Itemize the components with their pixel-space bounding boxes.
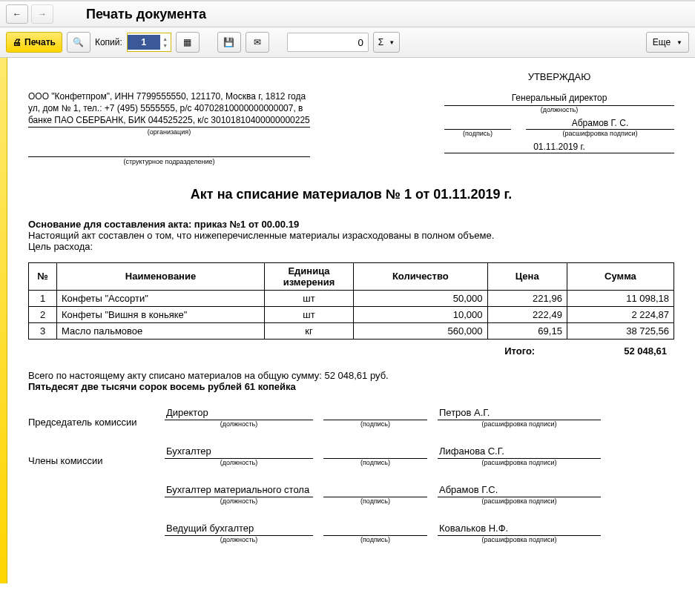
totals-row: Итого: 52 048,61	[28, 345, 667, 357]
sign-sub: (подпись)	[323, 420, 427, 428]
commission-block: Председатель комиссииДиректор(должность)…	[28, 407, 674, 543]
chevron-down-icon: ▼	[389, 39, 395, 46]
printer-icon: 🖨	[13, 37, 22, 47]
decipher-sub: (расшифровка подписи)	[526, 130, 674, 137]
table-icon: ▦	[183, 37, 191, 47]
th-price: Цена	[487, 262, 567, 290]
total-label: Итого:	[504, 345, 535, 357]
basis-block: Основание для составления акта: приказ №…	[28, 219, 674, 252]
decipher: Абрамов Г. С.	[526, 118, 674, 130]
cell-unit: шт	[265, 306, 354, 322]
settings-button[interactable]: ▦	[176, 32, 200, 53]
table-header-row: № Наименование Единица измерения Количес…	[29, 262, 674, 290]
cell-n: 2	[29, 306, 57, 322]
approve-block: УТВЕРЖДАЮ Генеральный директор (должност…	[444, 71, 674, 153]
name-sub: (расшифровка подписи)	[438, 459, 601, 466]
arrow-left-icon: ←	[13, 9, 22, 19]
cell-price: 69,15	[487, 322, 567, 339]
cell-price: 221,96	[487, 290, 567, 306]
cell-unit: кг	[265, 322, 354, 339]
preview-button[interactable]: 🔍	[67, 32, 90, 53]
cell-name: Конфеты "Вишня в коньяке"	[57, 306, 265, 322]
document-body: ООО "Конфетпром", ИНН 7799555550, 121170…	[7, 58, 695, 583]
magnifier-icon: 🔍	[73, 37, 84, 47]
sigma-icon: Σ	[378, 37, 383, 47]
cell-sum: 38 725,56	[567, 322, 673, 339]
position: Генеральный директор	[444, 93, 674, 106]
number-input[interactable]	[287, 33, 369, 52]
job-sub: (должность)	[165, 497, 313, 505]
save-button[interactable]: 💾	[217, 32, 241, 53]
commission-row: Бухгалтер материального стола(должность)…	[28, 484, 674, 505]
name-value: Абрамов Г.С.	[438, 484, 601, 497]
dept-line	[28, 141, 310, 157]
chevron-down-icon: ▼	[676, 39, 682, 46]
more-label: Еще	[653, 37, 671, 47]
job-value: Бухгалтер материального стола	[165, 484, 313, 497]
job-value: Директор	[165, 407, 313, 420]
sign-sub: (подпись)	[444, 130, 511, 137]
table-row: 2Конфеты "Вишня в коньяке"шт10,000222,49…	[29, 306, 674, 322]
envelope-icon: ✉	[254, 37, 261, 47]
basis-text: Настоящий акт составлен о том, что нижеп…	[28, 230, 674, 241]
position-sub: (должность)	[444, 106, 674, 113]
job-sub: (должность)	[165, 536, 313, 543]
name-sub: (расшифровка подписи)	[438, 497, 601, 505]
name-sub: (расшифровка подписи)	[438, 420, 601, 428]
commission-row: Ведущий бухгалтер(должность) (подпись)Ко…	[28, 523, 674, 543]
document-title: Акт на списание материалов № 1 от 01.11.…	[28, 187, 674, 202]
more-button[interactable]: Еще▼	[646, 32, 689, 53]
name-value: Лифанова С.Г.	[438, 446, 601, 459]
mail-button[interactable]: ✉	[246, 32, 269, 53]
purpose-label: Цель расхода:	[28, 241, 674, 252]
side-band	[0, 58, 7, 583]
job-value: Бухгалтер	[165, 446, 313, 459]
cell-name: Масло пальмовое	[57, 322, 265, 339]
org-block: ООО "Конфетпром", ИНН 7799555550, 121170…	[28, 71, 310, 166]
dept-sub: (структурное подразделение)	[28, 157, 310, 166]
page-title: Печать документа	[86, 7, 206, 22]
cell-qty: 50,000	[354, 290, 488, 306]
basis-label: Основание для составления акта: приказ №…	[28, 219, 299, 230]
copies-spinner[interactable]: 1 ▲▼	[127, 33, 171, 52]
sign-sub: (подпись)	[323, 459, 427, 466]
arrow-right-icon: →	[38, 9, 47, 19]
cell-n: 1	[29, 290, 57, 306]
role-label: Члены комиссии	[28, 455, 154, 466]
sum-button[interactable]: Σ▼	[373, 32, 400, 53]
back-button[interactable]: ←	[6, 4, 28, 24]
th-unit: Единица измерения	[265, 262, 354, 290]
th-qty: Количество	[354, 262, 488, 290]
sign-line	[323, 407, 427, 420]
commission-row: Члены комиссииБухгалтер(должность) (подп…	[28, 446, 674, 466]
name-value: Петров А.Г.	[438, 407, 601, 420]
cell-n: 3	[29, 322, 57, 339]
job-sub: (должность)	[165, 459, 313, 466]
th-sum: Сумма	[567, 262, 673, 290]
toolbar: 🖨 Печать 🔍 Копий: 1 ▲▼ ▦ 💾 ✉ Σ▼ Еще▼	[0, 27, 695, 58]
sign-sub: (подпись)	[323, 536, 427, 543]
approve-date: 01.11.2019 г.	[444, 142, 674, 153]
sign-line	[323, 484, 427, 497]
sign-line	[323, 446, 427, 459]
cell-sum: 11 098,18	[567, 290, 673, 306]
items-table: № Наименование Единица измерения Количес…	[28, 262, 674, 340]
table-row: 1Конфеты "Ассорти"шт50,000221,9611 098,1…	[29, 290, 674, 306]
spinner-arrows-icon[interactable]: ▲▼	[160, 36, 171, 49]
name-sub: (расшифровка подписи)	[438, 536, 601, 543]
sum-words: Пятьдесят две тысячи сорок восемь рублей…	[28, 381, 674, 392]
name-value: Ковальков Н.Ф.	[438, 523, 601, 536]
forward-button[interactable]: →	[31, 4, 53, 24]
cell-name: Конфеты "Ассорти"	[57, 290, 265, 306]
cell-qty: 560,000	[354, 322, 488, 339]
cell-price: 222,49	[487, 306, 567, 322]
print-button[interactable]: 🖨 Печать	[6, 32, 62, 53]
title-bar: ← → Печать документа	[0, 1, 695, 27]
floppy-icon: 💾	[223, 37, 234, 47]
sign-sub: (подпись)	[323, 497, 427, 505]
sign-line	[444, 118, 511, 130]
sum-text: Всего по настоящему акту списано материа…	[28, 370, 674, 381]
approve-title: УТВЕРЖДАЮ	[444, 71, 674, 82]
sum-block: Всего по настоящему акту списано материа…	[28, 370, 674, 392]
cell-unit: шт	[265, 290, 354, 306]
